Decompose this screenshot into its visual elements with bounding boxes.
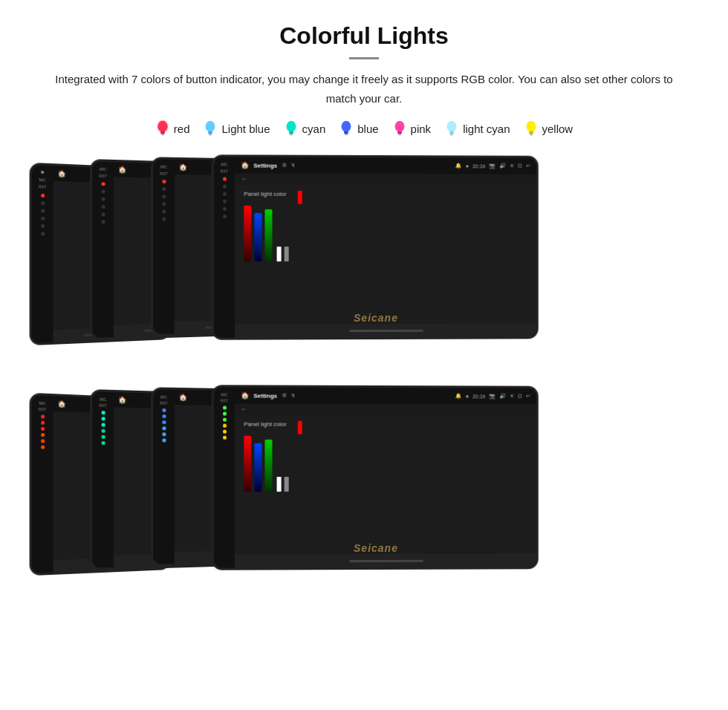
top-device-group: MIC RST 🏠 ← — [30, 155, 698, 378]
pink-bulb-icon — [392, 120, 407, 137]
description-text: Integrated with 7 colors of button indic… — [45, 70, 683, 108]
settings-title-b: Settings — [253, 392, 277, 399]
color-item-yellow: yellow — [524, 120, 573, 137]
color-item-lightblue: Light blue — [203, 120, 270, 137]
svg-rect-19 — [529, 131, 533, 134]
svg-rect-4 — [209, 131, 213, 134]
svg-rect-7 — [289, 131, 293, 134]
svg-rect-5 — [209, 134, 212, 135]
color-list: red Light blue cyan — [30, 120, 698, 137]
panel-light-section-b: Panel light color — [244, 421, 288, 549]
color-item-red: red — [155, 120, 190, 137]
svg-rect-2 — [161, 134, 164, 135]
svg-point-18 — [526, 121, 536, 132]
blue-bulb-icon — [339, 120, 354, 137]
settings-title: Settings — [253, 162, 277, 169]
color-label-lightblue: Light blue — [221, 123, 270, 135]
yellow-bulb-icon — [524, 120, 539, 137]
svg-rect-16 — [449, 131, 454, 134]
top-device-stack: MIC RST 🏠 ← — [30, 155, 698, 356]
color-label-yellow: yellow — [542, 123, 573, 135]
side-panel-2: MIC RST — [92, 161, 114, 338]
color-label-blue: blue — [357, 123, 378, 135]
side-panel-main-b: MIC RST — [214, 387, 235, 567]
time-display: 20:24 — [472, 163, 485, 169]
svg-rect-13 — [397, 131, 402, 134]
color-item-cyan: cyan — [284, 120, 326, 137]
side-panel-b3: MIC RST — [153, 389, 175, 564]
settings-top-bar-b: 🏠 Settings ⚙ ↯ 🔔 ♥ 20:24 📷 🔊 — [235, 387, 536, 404]
device-card-main-bottom: MIC RST 🏠 Sett — [212, 385, 539, 570]
svg-rect-10 — [344, 131, 348, 134]
svg-point-12 — [394, 121, 404, 132]
time-display-b: 20:24 — [472, 394, 485, 399]
cyan-bulb-icon — [284, 120, 299, 137]
bottom-device-group: MIC RST 🏠 ← — [30, 385, 698, 608]
title-section: Colorful Lights Integrated with 7 colors… — [30, 22, 698, 108]
color-label-pink: pink — [411, 123, 432, 135]
panel-light-label-b: Panel light color — [244, 421, 288, 428]
page-container: Colorful Lights Integrated with 7 colors… — [0, 0, 728, 638]
watermark-top: Seicane — [354, 312, 398, 324]
watermark-bottom: Seicane — [354, 542, 398, 554]
title-divider — [349, 57, 379, 59]
side-panel-1: MIC RST — [32, 165, 53, 343]
panel-light-section: Panel light color — [244, 191, 288, 319]
color-item-pink: pink — [392, 120, 432, 137]
settings-top-bar: 🏠 Settings ⚙ ↯ 🔔 ♥ 20:24 📷 🔊 — [235, 157, 536, 174]
svg-point-6 — [286, 121, 296, 132]
side-panel-main: MIC RST — [214, 157, 235, 337]
svg-point-15 — [447, 121, 457, 132]
settings-screen-top: 🏠 Settings ⚙ ↯ 🔔 ♥ 20:24 📷 🔊 — [235, 157, 536, 337]
side-panel-b1: MIC RST — [32, 395, 53, 573]
lightblue-bulb-icon — [203, 120, 218, 137]
svg-rect-1 — [160, 131, 165, 134]
side-panel-3: MIC RST — [153, 159, 175, 333]
color-label-cyan: cyan — [302, 123, 326, 135]
page-title: Colorful Lights — [30, 22, 698, 50]
color-item-lightcyan: light cyan — [444, 120, 510, 137]
bottom-device-stack: MIC RST 🏠 ← — [30, 385, 698, 586]
color-label-lightcyan: light cyan — [463, 123, 510, 135]
svg-point-9 — [342, 121, 351, 132]
red-bulb-icon — [155, 120, 170, 137]
color-item-blue: blue — [339, 120, 378, 137]
device-card-main-top: MIC RST 🏠 Sett — [212, 154, 539, 339]
svg-rect-14 — [398, 134, 401, 135]
panel-light-label: Panel light color — [244, 191, 288, 198]
svg-rect-11 — [345, 134, 348, 135]
color-label-red: red — [174, 123, 190, 135]
svg-rect-20 — [530, 134, 533, 135]
svg-rect-8 — [290, 134, 293, 135]
settings-screen-bottom: 🏠 Settings ⚙ ↯ 🔔 ♥ 20:24 📷 🔊 — [235, 387, 536, 567]
lightcyan-bulb-icon — [444, 120, 459, 137]
svg-rect-17 — [450, 134, 453, 135]
svg-point-0 — [157, 121, 167, 132]
side-panel-b2: MIC RST — [92, 391, 114, 568]
svg-point-3 — [206, 121, 215, 132]
